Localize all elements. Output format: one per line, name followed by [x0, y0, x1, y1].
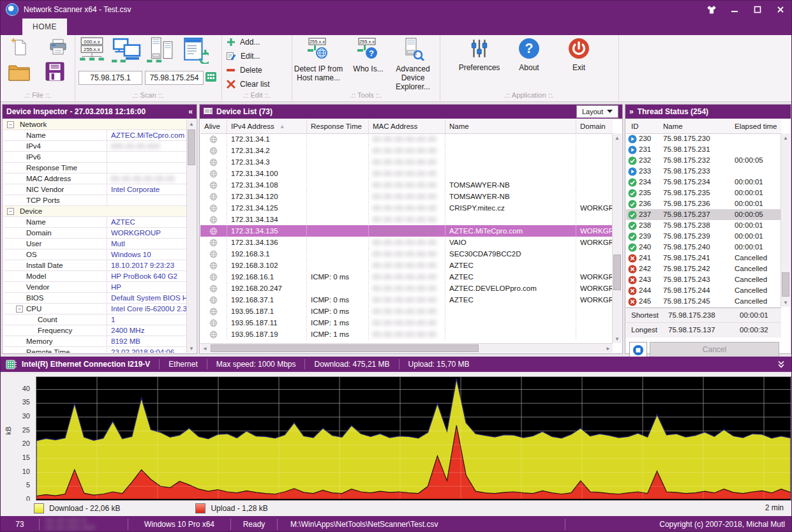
ip-grid-button[interactable] — [205, 72, 216, 84]
device-row[interactable]: 172.31.34.13400-00-00-00-00-00 — [200, 214, 613, 225]
column-header-response[interactable]: Response Time — [307, 119, 369, 133]
thread-row[interactable]: 24075.98.175.24000:00:01 — [626, 242, 781, 253]
advanced-device-explorer-button[interactable]: Advanced Device Explorer... — [386, 38, 440, 91]
device-row[interactable]: 193.95.187.19ICMP: 1 ms00-00-00-00-00-00 — [200, 329, 613, 340]
column-header-id[interactable]: ID — [626, 122, 663, 130]
thread-row[interactable]: 23375.98.175.233 — [626, 166, 781, 177]
inspector-row[interactable]: Remote Time23.02.2018 9:04:06 — [3, 347, 187, 353]
collapse-expander-icon[interactable]: − — [7, 121, 14, 128]
scroll-up-icon[interactable]: ▲ — [187, 119, 196, 128]
add-button[interactable]: Add... — [227, 36, 260, 48]
inspector-row[interactable]: Frequency2400 MHz — [3, 325, 187, 336]
edit-button[interactable]: Edit... — [227, 50, 260, 62]
thread-row[interactable]: 23275.98.175.23200:00:05 — [626, 155, 781, 166]
device-list-hscrollbar[interactable]: ◄ ► — [200, 343, 613, 353]
inspector-row[interactable]: NameAZTEC.MiTeCpro.com — [3, 130, 187, 141]
inspector-row[interactable]: DomainWORKGROUP — [3, 228, 187, 239]
scroll-up-icon[interactable]: ▲ — [781, 133, 790, 142]
inspector-row[interactable]: IPv4000.00.00.000 — [3, 141, 187, 152]
collapse-expander-icon[interactable]: − — [16, 306, 23, 313]
inspector-row[interactable]: BIOSDefault System BIOS HPQOE... — [3, 293, 187, 304]
ip-to-input[interactable] — [145, 71, 204, 85]
close-button[interactable] — [773, 3, 788, 16]
scan-network-button[interactable] — [112, 38, 141, 65]
device-row[interactable]: 172.31.34.12500-00-00-00-00-00CRISPY.mit… — [200, 202, 613, 214]
inspector-row[interactable]: Memory8192 MB — [3, 336, 187, 347]
inspector-row[interactable]: IPv6 — [3, 152, 187, 163]
print-button[interactable] — [49, 39, 67, 57]
device-list-vscrollbar[interactable]: ▲ ▼ — [612, 133, 622, 343]
inspector-scrollbar[interactable]: ▲ ▼ — [186, 119, 196, 353]
scroll-down-icon[interactable]: ▼ — [613, 334, 622, 343]
thread-row[interactable]: 23175.98.175.231 — [626, 144, 781, 155]
maximize-button[interactable] — [751, 3, 765, 16]
open-file-button[interactable] — [8, 63, 30, 83]
column-header-elapsed[interactable]: Elapsed time — [735, 122, 781, 130]
inspector-group-row[interactable]: −Network — [3, 119, 187, 130]
inspector-row[interactable]: VendorHP — [3, 282, 187, 293]
inspector-row[interactable]: ModelHP ProBook 640 G2 — [3, 271, 187, 282]
cancel-button[interactable]: Cancel — [650, 342, 779, 357]
thread-row[interactable]: 24475.98.175.244Cancelled — [626, 285, 781, 296]
thread-row[interactable]: 23575.98.175.23500:00:01 — [626, 188, 781, 198]
inspector-row[interactable]: −CPUIntel Core i5-6200U 2.30GHz — [3, 304, 187, 314]
collapse-expander-icon[interactable]: − — [7, 208, 14, 215]
inspector-row[interactable]: TCP Ports — [3, 195, 187, 206]
column-header-ipv4[interactable]: IPv4 Address ▲ — [227, 119, 307, 133]
inspector-group-row[interactable]: −Device — [3, 206, 187, 217]
thread-row[interactable]: 24375.98.175.243Cancelled — [626, 274, 781, 285]
ip-from-input[interactable] — [78, 71, 142, 85]
detect-ip-button[interactable]: 255.x.x Detect IP from Host name... — [292, 38, 345, 82]
column-header-name[interactable]: Name — [445, 119, 576, 133]
thread-row[interactable]: 23975.98.175.23900:00:01 — [626, 231, 781, 242]
device-row[interactable]: 172.31.34.13600-00-00-00-00-00VAIOWORKGR… — [200, 237, 613, 248]
about-button[interactable]: ? About — [502, 38, 556, 72]
thread-row[interactable]: 24575.98.175.245Cancelled — [626, 296, 781, 307]
scrollbar-thumb[interactable] — [211, 344, 479, 352]
device-row[interactable]: 192.168.3.100-00-00-00-00-00SEC30CDA79BC… — [200, 248, 613, 260]
inspector-row[interactable]: NameAZTEC — [3, 217, 187, 228]
device-row[interactable]: 193.95.187.1ICMP: 0 ms00-00-00-00-00-00 — [200, 306, 613, 317]
scroll-right-icon[interactable]: ► — [604, 344, 613, 353]
layout-dropdown-button[interactable]: Layout — [576, 105, 618, 118]
minimize-button[interactable] — [728, 3, 742, 16]
preferences-button[interactable]: Preferences — [452, 38, 506, 72]
inspector-row[interactable]: Install Date18.10.2017 9:23:23 — [3, 260, 187, 271]
clear-list-button[interactable]: Clear list — [227, 78, 270, 90]
inspector-row[interactable]: OSWindows 10 — [3, 249, 187, 260]
device-row[interactable]: 172.31.34.10000-00-00-00-00-00 — [200, 168, 613, 179]
column-header-domain[interactable]: Domain — [576, 119, 613, 133]
tab-home[interactable]: HOME — [22, 18, 67, 35]
thread-row[interactable]: 23675.98.175.23600:00:01 — [626, 198, 781, 209]
scroll-down-icon[interactable]: ▼ — [781, 298, 790, 307]
device-row[interactable]: 192.168.20.24700-00-00-00-00-00AZTEC.DEV… — [200, 283, 613, 294]
scroll-left-icon[interactable]: ◄ — [200, 344, 209, 353]
new-file-button[interactable] — [11, 38, 27, 59]
scrollbar-thumb[interactable] — [782, 272, 789, 297]
device-row[interactable]: 172.31.34.100-00-00-00-00-00 — [200, 133, 613, 145]
device-row[interactable]: 172.31.34.300-00-00-00-00-00 — [200, 156, 613, 168]
thread-row[interactable]: 24275.98.175.242Cancelled — [626, 263, 781, 274]
device-row[interactable]: 172.31.34.200-00-00-00-00-00 — [200, 145, 613, 156]
save-button[interactable] — [45, 62, 64, 83]
inspector-row[interactable]: UserMutl — [3, 239, 187, 249]
column-header-alive[interactable]: Alive — [200, 119, 227, 133]
thread-row[interactable]: 24175.98.175.241Cancelled — [626, 253, 781, 263]
inspector-row[interactable]: NIC VendorIntel Corporate — [3, 184, 187, 195]
scan-hosts-button[interactable] — [146, 37, 176, 66]
scroll-down-icon[interactable]: ▼ — [187, 344, 196, 353]
scrollbar-thumb[interactable] — [188, 129, 195, 165]
expand-panel-button[interactable]: » — [629, 107, 634, 116]
exit-button[interactable]: Exit — [552, 38, 606, 72]
skin-button[interactable] — [705, 3, 719, 16]
device-row[interactable]: 192.168.37.1ICMP: 0 ms00-00-00-00-00-00A… — [200, 294, 613, 306]
thread-row[interactable]: 23075.98.175.230 — [626, 133, 781, 144]
thread-row[interactable]: 23775.98.175.23700:00:05 — [626, 209, 781, 220]
thread-row[interactable]: 23475.98.175.23400:00:01 — [626, 177, 781, 188]
delete-button[interactable]: Delete — [227, 64, 262, 76]
column-header-mac[interactable]: MAC Address — [369, 119, 445, 133]
device-row[interactable]: 172.31.34.13500-00-00-00-00-00AZTEC.MiTe… — [200, 225, 613, 237]
thread-scrollbar[interactable]: ▲ ▼ — [781, 133, 790, 307]
thread-row[interactable]: 23875.98.175.23800:00:01 — [626, 220, 781, 231]
device-row[interactable]: 192.168.3.10200-00-00-00-00-00AZTEC — [200, 260, 613, 271]
